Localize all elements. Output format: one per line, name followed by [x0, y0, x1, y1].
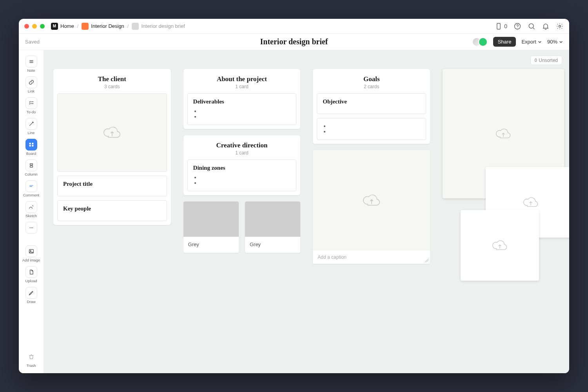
card-title: Project title: [63, 181, 161, 187]
titlebar: M Home / Interior Design / Interior desi…: [19, 19, 569, 34]
titlebar-actions: 0: [495, 22, 564, 30]
tool-more[interactable]: [22, 220, 41, 235]
unsorted-label: Unsorted: [539, 58, 558, 63]
more-icon: [28, 225, 34, 231]
breadcrumb-home-label: Home: [60, 23, 74, 29]
swatch-color: [183, 201, 239, 237]
column-about-the-project[interactable]: About the project 1 card Deliverables: [183, 69, 301, 129]
app-logo-icon: M: [51, 23, 58, 30]
tool-sketch[interactable]: Sketch: [22, 200, 41, 220]
tool-line[interactable]: Line: [22, 116, 41, 136]
caption-input[interactable]: Add a caption: [313, 250, 430, 264]
svg-rect-6: [32, 143, 33, 144]
help-icon: [514, 22, 521, 30]
card-dining-zones[interactable]: Dining zones: [187, 160, 297, 191]
column-header[interactable]: The client 3 cards: [57, 75, 167, 89]
chevron-down-icon: [559, 40, 563, 44]
breadcrumb: M Home / Interior Design / Interior desi…: [51, 23, 185, 30]
tool-column[interactable]: Column: [22, 158, 41, 178]
export-label: Export: [521, 39, 536, 45]
card-title: Dining zones: [193, 165, 291, 171]
project-color-icon: [82, 23, 89, 30]
export-dropdown[interactable]: Export: [521, 39, 542, 45]
settings-button[interactable]: [556, 22, 564, 30]
breadcrumb-separator: /: [77, 23, 79, 29]
search-button[interactable]: [528, 22, 535, 30]
close-window-button[interactable]: [24, 24, 29, 29]
column-count: 1 card: [187, 84, 297, 89]
breadcrumb-home[interactable]: M Home: [51, 23, 74, 30]
image-card[interactable]: Add a caption: [313, 150, 430, 264]
share-button[interactable]: Share: [493, 37, 516, 47]
column-header[interactable]: Creative direction 1 card: [187, 142, 297, 156]
comment-icon: [28, 183, 34, 189]
notifications-button[interactable]: [542, 22, 550, 30]
image-placeholder-card[interactable]: [461, 210, 539, 281]
breadcrumb-project[interactable]: Interior Design: [82, 23, 124, 30]
card-key-people[interactable]: Key people: [57, 200, 167, 221]
svg-rect-7: [29, 145, 31, 147]
avatar: [478, 37, 488, 47]
tool-add-image[interactable]: Add image: [22, 244, 41, 264]
column-icon: [28, 162, 34, 169]
column-count: 2 cards: [317, 84, 426, 89]
tool-upload[interactable]: Upload: [22, 265, 41, 285]
card-objective[interactable]: Objective: [317, 93, 426, 114]
zoom-label: 90%: [547, 39, 557, 45]
tool-trash[interactable]: Trash: [22, 349, 41, 369]
image-placeholder-card[interactable]: [57, 93, 167, 172]
tool-comment[interactable]: Comment: [22, 179, 41, 199]
breadcrumb-project-label: Interior Design: [91, 23, 124, 29]
image-icon: [28, 248, 34, 254]
board-row: The client 3 cards Project title Key peo…: [53, 69, 560, 289]
card-goals-list[interactable]: [317, 118, 426, 140]
tool-link[interactable]: Link: [22, 75, 41, 95]
swatch-label: Grey: [245, 237, 300, 253]
pencil-icon: [28, 290, 34, 296]
breadcrumb-separator: /: [127, 23, 129, 29]
zoom-dropdown[interactable]: 90%: [547, 39, 563, 45]
card-project-title[interactable]: Project title: [57, 176, 167, 196]
column-creative-direction[interactable]: Creative direction 1 card Dining zones: [183, 135, 301, 195]
minimize-window-button[interactable]: [32, 24, 37, 29]
svg-point-2: [517, 27, 518, 28]
page-title[interactable]: Interior design brief: [260, 37, 328, 46]
unsorted-button[interactable]: 0 Unsorted: [530, 56, 562, 65]
floating-cards: [443, 69, 560, 289]
card-deliverables[interactable]: Deliverables: [187, 93, 297, 125]
tool-todo[interactable]: To-do: [22, 96, 41, 116]
column-goals[interactable]: Goals 2 cards Objective: [313, 69, 430, 144]
document-bar-actions: Share Export 90%: [472, 37, 563, 47]
svg-rect-5: [29, 143, 31, 144]
svg-point-12: [31, 227, 32, 228]
color-swatch-card[interactable]: Grey: [183, 201, 239, 253]
column-title: Creative direction: [187, 142, 297, 149]
column-header[interactable]: About the project 1 card: [187, 75, 297, 89]
board-canvas[interactable]: 0 Unsorted The client 3 cards Project ti…: [44, 50, 569, 373]
image-placeholder: [313, 150, 430, 250]
help-button[interactable]: [514, 22, 521, 30]
devices-count: 0: [504, 23, 507, 29]
column-the-client[interactable]: The client 3 cards Project title Key peo…: [53, 69, 171, 225]
column-stack-about-creative: About the project 1 card Deliverables Cr…: [183, 69, 301, 253]
svg-point-13: [32, 227, 33, 228]
trash-icon: [28, 354, 34, 360]
upload-cloud-icon: [523, 196, 539, 209]
devices-button[interactable]: 0: [495, 22, 507, 30]
column-count: 1 card: [187, 150, 297, 156]
color-swatch-card[interactable]: Grey: [245, 201, 300, 253]
maximize-window-button[interactable]: [40, 24, 45, 29]
save-status: Saved: [25, 39, 40, 45]
presence-avatars[interactable]: [472, 37, 488, 47]
app-window: M Home / Interior Design / Interior desi…: [19, 19, 569, 373]
tool-note[interactable]: Note: [22, 54, 41, 74]
column-header[interactable]: Goals 2 cards: [317, 75, 426, 89]
link-icon: [28, 79, 34, 85]
column-title: Goals: [317, 75, 426, 83]
tool-board[interactable]: Board: [22, 137, 41, 157]
document-bar: Saved Interior design brief Share Export…: [19, 34, 569, 50]
card-bullet-list: [193, 174, 291, 185]
breadcrumb-page[interactable]: Interior design brief: [132, 23, 185, 30]
svg-rect-8: [32, 145, 33, 147]
tool-draw[interactable]: Draw: [22, 285, 41, 305]
